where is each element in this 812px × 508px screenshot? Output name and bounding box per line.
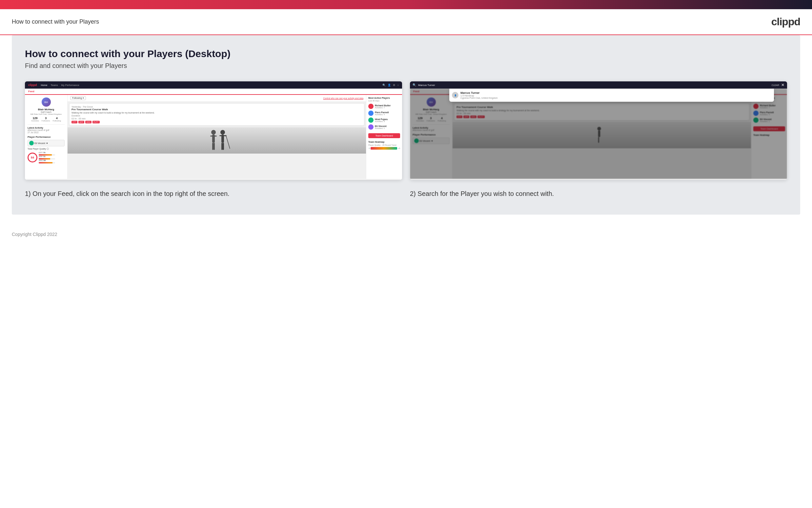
player-1-info: Richard Butler Activities: 7 [375,104,400,109]
svg-point-5 [221,130,225,134]
tag-putt: PUTT [93,121,100,123]
search-result-handicap: 1-5 Handicap [461,94,771,97]
mini-nav-items: Home Teams My Performance [41,84,79,87]
tag-app: APP [78,121,84,123]
screenshot-1: clippd Home Teams My Performance 🔍 👤 ⚙ ○ [25,81,402,180]
caption-text-2: 2) Search for the Player you wish to con… [410,189,787,198]
mini-role-2: Golf Coach [426,111,436,113]
player-2-name: Piers Parnell [375,111,400,114]
tag-arg: ARG [85,121,92,123]
active-player-1: Richard Butler Activities: 7 [368,104,400,109]
mini-stats-row: 129 Activities 3 Followers 4 Following [31,117,61,122]
following-btn[interactable]: Following ▾ [70,96,86,100]
player-3-avatar [368,118,374,123]
activity-duration: Duration [71,115,362,117]
player-4-count: Activities: 1 [375,127,400,129]
player-4-info: Eli Vincent Activities: 1 [375,125,400,129]
active-player-4: Eli Vincent Activities: 1 [368,124,400,130]
mini-right-panel: Most Active Players Last 30 days Richard… [366,95,402,179]
player-2-count: Activities: 4 [375,114,400,116]
mini-profile-card-2: BM Blair McHarg Golf Coach Mill Ride Gol… [413,97,449,125]
heatmap-subtitle: Player Quality - 20 Round Trend [368,144,400,146]
team-dashboard-btn[interactable]: Team Dashboard [368,133,400,138]
svg-point-0 [211,130,216,134]
avatar-circle: BM [42,97,51,107]
player-4-avatar [368,124,374,130]
mini-nav-1: clippd Home Teams My Performance 🔍 👤 ⚙ ○ [25,81,402,89]
svg-rect-2 [210,135,217,136]
mini-nav-performance[interactable]: My Performance [61,84,79,87]
mini-nav-teams[interactable]: Teams [51,84,58,87]
player-2-avatar [368,111,374,116]
player-perf-dropdown[interactable]: Eli Vincent ▼ [28,140,64,146]
mini-nav-home[interactable]: Home [41,84,48,87]
search-result-item[interactable]: 👤 Marcus Turner 1-5 Handicap Cypress Poi… [452,91,771,99]
control-link[interactable]: Control who can see your activity and da… [323,97,363,99]
player-3-name: Hiral Pujara [375,118,400,120]
player-perf-section: Player Performance Eli Vincent ▼ Total P… [28,135,64,163]
mini-profile-name: Blair McHarg [38,108,54,111]
perf-player-name: Eli Vincent [35,142,45,144]
total-quality-label: Total Player Quality ⓘ [28,148,64,151]
mini-profile-card: BM Blair McHarg Golf Coach Mill Ride Gol… [28,97,64,125]
caption-block-2: 2) Search for the Player you wish to con… [410,189,787,198]
top-bar [0,0,812,9]
feed-tab[interactable]: Feed [28,90,35,93]
player-1-avatar [368,104,374,109]
caption-row: 1) On your Feed, click on the search ico… [25,189,787,198]
hero-title: How to connect with your Players (Deskto… [25,48,787,59]
avatar-icon[interactable]: ○ [397,84,399,87]
mini-profile-club: Mill Ride Golf Club, United Kingdom [31,113,62,115]
search-icon-overlay: 🔍 [413,83,416,87]
mini-app-1: clippd Home Teams My Performance 🔍 👤 ⚙ ○ [25,81,402,180]
search-result-info: Marcus Turner 1-5 Handicap Cypress Point… [461,91,771,99]
search-result-club: Cypress Point Club, United Kingdom [461,97,771,99]
search-query-display: Marcus Turner [418,84,770,87]
player-1-count: Activities: 7 [375,107,400,109]
close-btn[interactable]: ✕ [781,83,784,87]
activity-desc: Walking the course with my coach to buil… [71,112,362,114]
svg-rect-13 [598,137,599,143]
page-footer: Copyright Clippd 2022 [0,226,812,242]
footer-text: Copyright Clippd 2022 [12,232,57,237]
user-icon[interactable]: 👤 [388,84,391,87]
screenshots-row: clippd Home Teams My Performance 🔍 👤 ⚙ ○ [25,81,787,180]
player-3-info: Hiral Pujara Activities: 3 [375,118,400,122]
heatmap-title: Team Heatmap [368,141,400,143]
svg-rect-4 [213,143,215,150]
settings-icon[interactable]: ⚙ [393,84,395,87]
search-result-dropdown: 👤 Marcus Turner 1-5 Handicap Cypress Poi… [449,89,774,102]
search-bar-overlay: 🔍 Marcus Turner CLEAR ✕ [410,81,787,89]
mini-center-2: Following ▾ Control who can see your act… [452,95,751,179]
mini-club-2: Mill Ride Golf Club, United Kingdom [416,113,447,115]
svg-rect-7 [220,135,227,136]
golfer-silhouette [200,129,233,152]
player-perf-title: Player Performance [28,135,64,138]
mini-activity-card: Yesterday - The Grove Pre Tournament Cou… [69,104,364,125]
mini-tab-bar-1: Feed [25,89,402,95]
screenshot-2: 🔍 Marcus Turner CLEAR ✕ Feed BM Blair [410,81,787,180]
mini-profile-role: Golf Coach [41,111,51,113]
mini-right-2: Most Active Players Last 30 days Richard… [751,95,787,179]
mini-following-bar: Following ▾ Control who can see your act… [67,95,366,102]
active-players-title: Most Active Players [368,97,400,99]
golfer-image [67,127,366,154]
caption-block-1: 1) On your Feed, click on the search ico… [25,189,402,198]
page-title: How to connect with your Players [12,18,99,25]
clear-btn[interactable]: CLEAR [772,84,779,86]
activity-title: Pre Tournament Course Walk [71,108,362,111]
search-result-avatar: 👤 [452,92,459,98]
active-player-2: Piers Parnell Activities: 4 [368,111,400,116]
page-header: How to connect with your Players clippd [0,9,812,35]
heatmap-scale: -5 +5 [368,147,400,150]
score-circle: 84 [28,153,37,162]
svg-line-10 [226,135,230,149]
svg-point-11 [597,127,601,130]
activity-date: Yesterday - The Grove [71,106,362,108]
score-row: 84 OTT 79 APP 70 ARG 84 [28,152,64,163]
player-4-name: Eli Vincent [375,125,400,127]
svg-rect-12 [598,131,600,137]
latest-activity-label: Latest Activity [28,127,64,129]
activity-time: 02 hr : 00 min [71,118,362,120]
search-icon[interactable]: 🔍 [382,84,386,87]
